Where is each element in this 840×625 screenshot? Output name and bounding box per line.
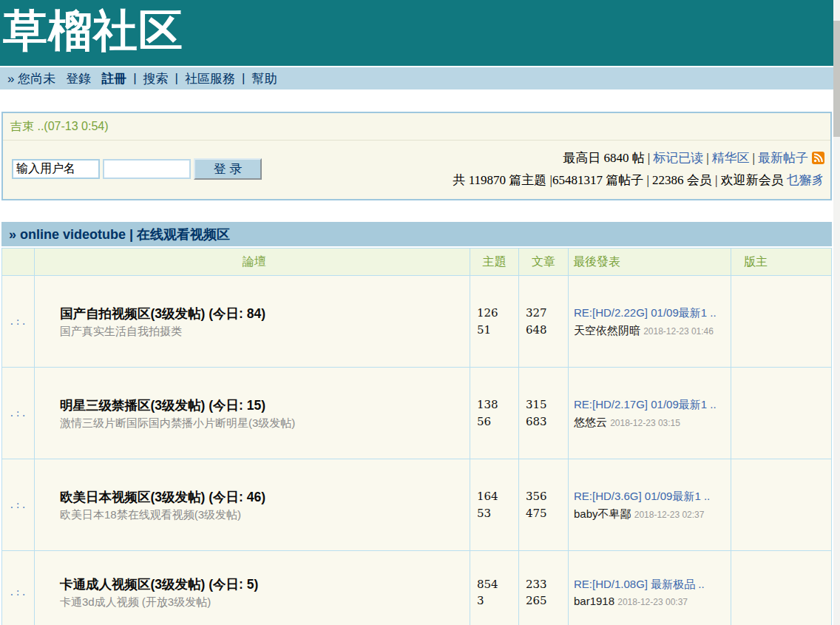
column-icon <box>2 249 35 276</box>
page: 草榴社区 » 您尚未登錄註冊|搜索|社區服務|幫助 吉束 ..(07-13 0:… <box>0 0 840 625</box>
forum-link[interactable]: 欧美日本视频区(3级发帖) (今日: 46) <box>60 487 462 507</box>
nav-register-link[interactable]: 註冊 <box>101 70 126 87</box>
last-post-time: 2018-12-23 00:37 <box>617 597 688 607</box>
newest-member-link[interactable]: 乜獬豸 <box>787 173 824 187</box>
last-post-time: 2018-12-23 01:46 <box>643 326 714 337</box>
totals-text: 共 119870 篇主题 |65481317 篇帖子 | 22386 会员 | … <box>453 173 783 187</box>
digest-link[interactable]: 精华区 <box>712 151 750 165</box>
login-button[interactable]: 登 录 <box>194 158 262 180</box>
nav-search-link[interactable]: 搜索 <box>143 70 169 87</box>
forum-link[interactable]: 明星三级禁播区(3级发帖) (今日: 15) <box>60 396 462 415</box>
topic-count: 8543 <box>470 551 519 625</box>
moderator-cell <box>731 551 832 625</box>
announcement-box: 吉束 ..(07-13 0:54) 登 录 最高日 6840 帖|标记已读|精华… <box>1 112 832 200</box>
last-post-time: 2018-12-23 02:37 <box>634 510 705 520</box>
forum-stats: 最高日 6840 帖|标记已读|精华区|最新帖子 共 119870 篇主题 |6… <box>453 148 824 190</box>
last-post-link[interactable]: RE:[HD/1.08G] 最新极品 .. <box>574 575 723 592</box>
last-post-time: 2018-12-23 03:15 <box>610 418 680 428</box>
newest-posts-link[interactable]: 最新帖子 <box>758 151 808 165</box>
topic-count: 16453 <box>470 459 519 551</box>
moderator-cell <box>731 459 832 551</box>
forum-section: » online videotube | 在线观看视频区 論壇 主題 文章 最後… <box>1 222 832 625</box>
forum-row: .:. 卡通成人视频区(3级发帖) (今日: 5) 卡通3d成人视频 (开放3级… <box>2 551 832 625</box>
forum-link[interactable]: 国产自拍视频区(3级发帖) (今日: 84) <box>60 304 462 323</box>
forum-table: 論壇 主題 文章 最後發表 版主 .:. 国产自拍视频区(3级发帖) (今日: … <box>1 248 832 625</box>
post-count: 315683 <box>519 368 569 459</box>
post-count: 327648 <box>519 276 569 368</box>
nav-services-link[interactable]: 社區服務 <box>185 70 235 87</box>
forum-row: .:. 明星三级禁播区(3级发帖) (今日: 15) 激情三级片断国际国内禁播小… <box>2 368 832 459</box>
nav-separator: | <box>242 71 245 86</box>
topic-count: 13856 <box>470 368 519 459</box>
last-post-user[interactable]: baby不卑鄙 <box>574 507 631 520</box>
announcement-title[interactable]: 吉束 ..(07-13 0:54) <box>3 113 830 141</box>
site-header: 草榴社区 <box>0 0 833 66</box>
last-post-link[interactable]: RE:[HD/3.6G] 01/09最新1 .. <box>574 487 723 504</box>
column-header-row: 論壇 主題 文章 最後發表 版主 <box>2 249 832 276</box>
login-form: 登 录 <box>12 158 262 180</box>
post-count: 356475 <box>519 459 569 551</box>
column-posts: 文章 <box>519 249 569 276</box>
stats-line-2: 共 119870 篇主题 |65481317 篇帖子 | 22386 会员 | … <box>453 170 824 190</box>
forum-description: 卡通3d成人视频 (开放3级发帖) <box>60 594 462 610</box>
forum-link[interactable]: 卡通成人视频区(3级发帖) (今日: 5) <box>60 575 462 594</box>
last-post-user[interactable]: 悠悠云 <box>574 416 607 428</box>
nav-help-link[interactable]: 幫助 <box>251 70 277 87</box>
last-post-user[interactable]: bar1918 <box>574 595 614 607</box>
scrollbar-thumb[interactable] <box>833 21 840 137</box>
vertical-scrollbar[interactable] <box>833 0 840 625</box>
column-topics: 主題 <box>470 249 519 276</box>
forum-status-icon: .:. <box>2 368 35 459</box>
topic-count: 12651 <box>470 276 519 368</box>
stats-line-1: 最高日 6840 帖|标记已读|精华区|最新帖子 <box>453 148 824 170</box>
forum-description: 欧美日本18禁在线观看视频(3级发帖) <box>60 507 462 523</box>
mark-read-link[interactable]: 标记已读 <box>653 151 703 165</box>
column-last-post: 最後發表 <box>569 249 731 276</box>
last-post-user[interactable]: 天空依然阴暗 <box>574 324 640 337</box>
forum-description: 激情三级片断国际国内禁播小片断明星(3级发帖) <box>60 415 462 431</box>
rss-icon[interactable] <box>812 150 824 170</box>
moderator-cell <box>731 276 832 368</box>
forum-status-icon: .:. <box>2 459 35 551</box>
site-logo: 草榴社区 <box>0 0 833 62</box>
stats-separator: | <box>706 151 708 165</box>
nav-login-link[interactable]: 登錄 <box>66 70 91 87</box>
nav-bar: » 您尚未登錄註冊|搜索|社區服務|幫助 <box>0 67 833 89</box>
column-forum: 論壇 <box>35 249 470 276</box>
forum-status-icon: .:. <box>2 276 35 368</box>
password-input[interactable] <box>103 159 191 179</box>
username-input[interactable] <box>12 159 100 179</box>
nav-separator: | <box>175 71 178 86</box>
nav-status-text: » 您尚未 <box>7 70 55 87</box>
forum-row: .:. 欧美日本视频区(3级发帖) (今日: 46) 欧美日本18禁在线观看视频… <box>2 459 832 551</box>
stats-separator: | <box>648 151 650 165</box>
max-day-posts: 最高日 6840 帖 <box>563 151 645 165</box>
moderator-cell <box>731 368 832 459</box>
section-header[interactable]: » online videotube | 在线观看视频区 <box>1 222 832 248</box>
last-post-link[interactable]: RE:[HD/2.17G] 01/09最新1 .. <box>574 396 723 413</box>
forum-description: 国产真实生活自我拍摄类 <box>60 323 462 339</box>
stats-separator: | <box>753 151 755 165</box>
forum-row: .:. 国产自拍视频区(3级发帖) (今日: 84) 国产真实生活自我拍摄类 1… <box>2 276 832 368</box>
forum-status-icon: .:. <box>2 551 35 625</box>
column-moderator: 版主 <box>731 249 832 276</box>
last-post-link[interactable]: RE:[HD/2.22G] 01/09最新1 .. <box>574 304 723 321</box>
nav-separator: | <box>133 71 136 86</box>
post-count: 233265 <box>519 551 569 625</box>
